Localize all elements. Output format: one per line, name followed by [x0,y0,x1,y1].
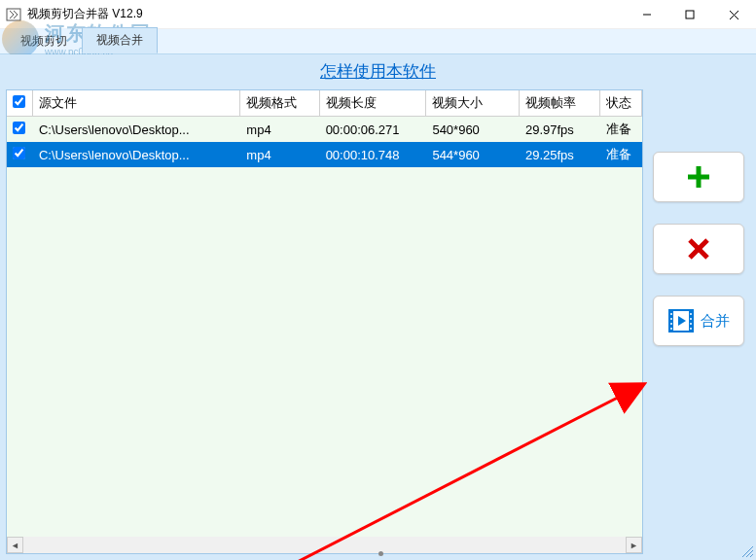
svg-point-18 [690,323,692,325]
scroll-right-arrow[interactable]: ► [626,537,642,553]
cell-duration: 00:00:06.271 [319,117,426,143]
merge-button[interactable]: 合并 [653,296,744,346]
svg-point-16 [690,313,692,315]
scroll-left-arrow[interactable]: ◄ [7,537,23,553]
cell-duration: 00:00:10.748 [319,142,426,167]
plus-icon [684,162,713,192]
table-row[interactable]: C:\Users\lenovo\Desktop... mp4 00:00:06.… [7,117,642,143]
header-checkbox[interactable] [7,90,32,117]
titlebar: 视频剪切合并器 V12.9 [0,0,756,29]
delete-icon [686,236,711,262]
cell-size: 544*960 [426,142,520,167]
table-row[interactable]: C:\Users\lenovo\Desktop... mp4 00:00:10.… [7,142,642,167]
help-link[interactable]: 怎样使用本软件 [320,60,436,83]
cell-size: 540*960 [426,117,520,143]
cell-status: 准备 [600,117,642,143]
cell-format: mp4 [240,142,319,167]
svg-rect-2 [686,11,694,18]
app-icon [6,7,21,22]
maximize-button[interactable] [668,0,711,29]
svg-line-24 [746,550,753,557]
cell-fps: 29.97fps [519,117,599,143]
header-fps[interactable]: 视频帧率 [519,90,599,117]
add-button[interactable] [653,152,744,202]
cell-format: mp4 [240,117,319,143]
merge-icon [667,307,695,334]
horizontal-scrollbar[interactable]: ◄ ► [7,537,642,553]
svg-point-14 [670,323,672,325]
minimize-button[interactable] [626,0,668,29]
cell-source: C:\Users\lenovo\Desktop... [32,142,239,167]
svg-point-12 [670,313,672,315]
footer-indicator [378,551,383,556]
svg-point-15 [670,328,672,330]
tab-bar: 视频剪切 视频合并 [0,29,756,54]
header-status[interactable]: 状态 [600,90,642,117]
header-size[interactable]: 视频大小 [426,90,520,117]
file-table: 源文件 视频格式 视频长度 视频大小 视频帧率 状态 C:\Users\leno… [6,89,643,554]
delete-button[interactable] [653,224,744,274]
row-checkbox[interactable] [13,147,25,159]
cell-fps: 29.25fps [519,142,599,167]
svg-point-13 [670,318,672,320]
table-header-row: 源文件 视频格式 视频长度 视频大小 视频帧率 状态 [7,90,642,117]
close-button[interactable] [711,0,756,29]
tab-video-cut[interactable]: 视频剪切 [6,28,82,53]
window-title: 视频剪切合并器 V12.9 [27,6,626,22]
row-checkbox[interactable] [13,122,25,134]
merge-button-label: 合并 [701,312,730,331]
header-format[interactable]: 视频格式 [240,90,319,117]
svg-marker-20 [678,316,686,326]
cell-status: 准备 [600,142,642,167]
svg-line-25 [750,554,753,557]
tab-video-merge[interactable]: 视频合并 [82,27,158,53]
cell-source: C:\Users\lenovo\Desktop... [32,117,239,143]
resize-grip[interactable] [738,542,754,558]
svg-point-17 [690,318,692,320]
header-duration[interactable]: 视频长度 [319,90,426,117]
header-source[interactable]: 源文件 [32,90,239,117]
svg-point-19 [690,328,692,330]
